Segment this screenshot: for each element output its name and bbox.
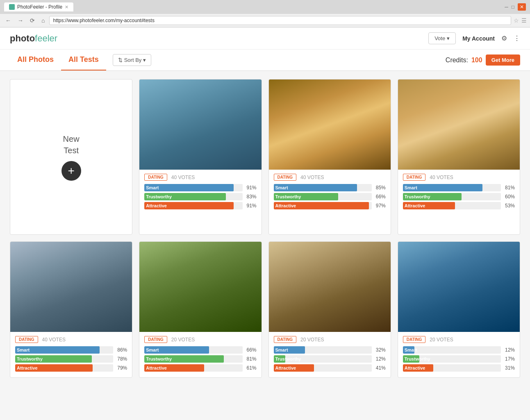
photo-card-4[interactable]: DATING40 VOTESSmart86%Trustworthy78%Attr…: [10, 241, 132, 378]
stat-bar-1-smart: Smart: [144, 184, 234, 191]
home-button[interactable]: ⌂: [39, 16, 47, 25]
stat-bar-3-attractive: Attractive: [403, 202, 455, 209]
photo-card-5[interactable]: DATING20 VOTESSmart66%Trustworthy81%Attr…: [139, 241, 262, 378]
forward-button[interactable]: →: [16, 16, 25, 25]
stat-bar-container-1-attractive: Attractive: [144, 202, 242, 209]
stat-pct-5-attractive: 61%: [245, 365, 257, 371]
card-image-2: [269, 79, 391, 170]
my-account-button[interactable]: My Account: [462, 35, 495, 42]
card-info-6: DATING20 VOTESSmart32%Trustworthy12%Attr…: [269, 332, 391, 377]
votes-text-4: 40 VOTES: [42, 337, 66, 343]
get-more-button[interactable]: Get More: [486, 54, 520, 66]
stat-pct-4-smart: 86%: [116, 347, 127, 353]
photo-card-3[interactable]: DATING40 VOTESSmart81%Trustworthy60%Attr…: [398, 79, 520, 235]
stat-bar-1-attractive: Attractive: [144, 202, 234, 209]
minimize-icon[interactable]: ─: [505, 4, 508, 10]
new-test-card[interactable]: NewTest +: [10, 79, 132, 235]
tab-all-photos[interactable]: All Photos: [10, 50, 61, 70]
stat-bar-6-attractive: Attractive: [274, 364, 314, 372]
stat-pct-7-attractive: 31%: [503, 365, 515, 371]
votes-text-1: 40 VOTES: [171, 175, 195, 180]
stat-bar-container-7-trustworthy: Trustworthy: [403, 355, 501, 363]
card-meta-7: DATING20 VOTES: [403, 336, 515, 343]
stat-bar-container-3-smart: Smart: [403, 184, 501, 191]
dating-badge-6: DATING: [274, 336, 297, 343]
more-options-icon[interactable]: ⋮: [514, 34, 520, 42]
stat-row-2-smart: Smart85%: [274, 184, 386, 191]
votes-text-7: 20 VOTES: [430, 337, 453, 343]
back-button[interactable]: ←: [3, 16, 13, 25]
logo-feeler: feeler: [35, 33, 57, 43]
card-meta-2: DATING40 VOTES: [274, 174, 386, 181]
browser-tab[interactable]: PhotoFeeler - Profile ✕: [4, 2, 73, 11]
stat-bar-2-smart: Smart: [274, 184, 357, 191]
stat-bar-4-trustworthy: Trustworthy: [15, 355, 92, 363]
sort-chevron-icon: ▾: [143, 57, 146, 63]
card-meta-6: DATING20 VOTES: [274, 336, 386, 343]
stat-pct-5-smart: 66%: [245, 347, 257, 353]
stat-pct-1-smart: 91%: [245, 185, 257, 191]
tab-all-tests[interactable]: All Tests: [61, 50, 106, 70]
tab-close-button[interactable]: ✕: [65, 5, 68, 10]
stat-bar-container-2-trustworthy: Trustworthy: [274, 193, 372, 200]
bookmark-icon[interactable]: ☆: [514, 17, 519, 24]
stat-bar-2-trustworthy: Trustworthy: [274, 193, 339, 200]
vote-button[interactable]: Vote ▾: [428, 32, 456, 44]
logo[interactable]: photofeeler: [10, 33, 57, 44]
stat-bar-container-5-attractive: Attractive: [144, 364, 242, 372]
logo-photo: photo: [10, 33, 35, 43]
stat-bar-container-6-trustworthy: Trustworthy: [274, 355, 372, 363]
card-info-4: DATING40 VOTESSmart86%Trustworthy78%Attr…: [10, 332, 132, 377]
stat-bar-7-smart: Smart: [403, 346, 415, 354]
card-image-5: [139, 242, 261, 332]
stat-bar-container-5-trustworthy: Trustworthy: [144, 355, 242, 363]
stat-pct-6-attractive: 41%: [374, 365, 386, 371]
votes-text-2: 40 VOTES: [300, 175, 324, 180]
card-meta-4: DATING40 VOTES: [15, 336, 127, 343]
stat-pct-7-trustworthy: 17%: [503, 356, 515, 362]
stat-row-3-trustworthy: Trustworthy60%: [403, 193, 515, 200]
stat-pct-2-attractive: 97%: [374, 203, 386, 209]
stat-bar-container-7-attractive: Attractive: [403, 364, 501, 372]
app-wrapper: photofeeler Vote ▾ My Account ⚙ ⋮ All Ph…: [0, 27, 530, 386]
stat-bar-container-5-smart: Smart: [144, 346, 242, 354]
stat-bar-container-7-smart: Smart: [403, 346, 501, 354]
stat-pct-3-attractive: 53%: [503, 203, 515, 209]
credits-label: Credits:: [446, 57, 468, 64]
stat-bar-container-6-smart: Smart: [274, 346, 372, 354]
card-info-1: DATING40 VOTESSmart91%Trustworthy83%Attr…: [139, 170, 261, 215]
photo-card-2[interactable]: DATING40 VOTESSmart85%Trustworthy66%Attr…: [268, 79, 391, 235]
tab-favicon: [9, 4, 15, 10]
stat-bar-3-smart: Smart: [403, 184, 482, 191]
card-image-1: [139, 79, 261, 170]
stat-bar-7-attractive: Attractive: [403, 364, 433, 372]
header-right: Vote ▾ My Account ⚙ ⋮: [428, 32, 520, 44]
stat-pct-6-trustworthy: 12%: [374, 356, 386, 362]
vote-chevron-icon: ▾: [447, 35, 450, 41]
stat-bar-6-trustworthy: Trustworthy: [274, 355, 286, 363]
stat-bar-container-4-smart: Smart: [15, 346, 113, 354]
stat-bar-7-trustworthy: Trustworthy: [403, 355, 420, 363]
photo-card-6[interactable]: DATING20 VOTESSmart32%Trustworthy12%Attr…: [268, 241, 391, 378]
stat-pct-6-smart: 32%: [374, 347, 386, 353]
photo-card-1[interactable]: DATING40 VOTESSmart91%Trustworthy83%Attr…: [139, 79, 262, 235]
app-header: photofeeler Vote ▾ My Account ⚙ ⋮: [0, 27, 530, 50]
stat-row-5-attractive: Attractive61%: [144, 364, 256, 372]
reload-button[interactable]: ⟳: [28, 16, 37, 25]
sort-by-button[interactable]: ⇅ Sort By ▾: [113, 54, 152, 66]
extensions-icon[interactable]: ☰: [521, 17, 527, 24]
photo-card-7[interactable]: DATING20 VOTESSmart12%Trustworthy17%Attr…: [398, 241, 520, 378]
settings-icon[interactable]: ⚙: [501, 34, 507, 42]
card-image-4: [10, 242, 132, 332]
stat-pct-4-trustworthy: 78%: [116, 356, 127, 362]
restore-icon[interactable]: □: [512, 4, 514, 10]
stat-row-6-attractive: Attractive41%: [274, 364, 386, 372]
stat-pct-3-smart: 81%: [503, 185, 515, 191]
sort-icon: ⇅: [118, 57, 123, 63]
close-window-icon[interactable]: ✕: [518, 3, 526, 11]
add-test-button[interactable]: +: [61, 161, 81, 181]
card-meta-5: DATING20 VOTES: [144, 336, 256, 343]
stat-row-1-trustworthy: Trustworthy83%: [144, 193, 256, 200]
stat-row-6-smart: Smart32%: [274, 346, 386, 354]
address-bar[interactable]: [49, 16, 511, 25]
